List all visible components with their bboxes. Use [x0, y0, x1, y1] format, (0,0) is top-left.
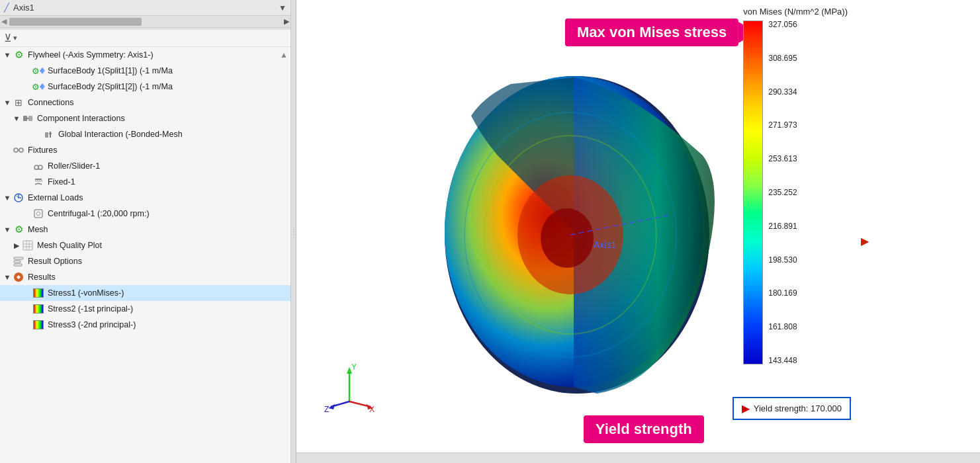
scale-label-6: 216.891 — [768, 222, 797, 230]
svg-rect-22 — [14, 257, 23, 259]
scale-label-8: 180.169 — [768, 289, 797, 297]
svg-point-31 — [541, 208, 594, 268]
annotation-yield: Yield strength — [584, 415, 704, 443]
tree-item-stress2[interactable]: Stress2 (-1st principal-) — [0, 301, 290, 317]
horizontal-scrollbar[interactable]: ◀ ▶ — [0, 16, 290, 28]
tree-item-global-interaction[interactable]: Global Interaction (-Bonded-Mesh — [0, 126, 290, 142]
mesh-arrow[interactable]: ▼ — [3, 226, 12, 233]
surface2-label: SurfaceBody 2(Split1[2]) (-1 m/Ma — [48, 82, 173, 91]
svg-rect-0 — [23, 116, 27, 121]
flywheel-icon: ⚙ — [12, 48, 25, 62]
global-interaction-icon — [42, 128, 56, 141]
svg-point-8 — [38, 165, 42, 169]
svg-point-7 — [34, 165, 38, 169]
main-viewport: Axis1 Max von Mises stress von Mises (N/… — [296, 0, 980, 463]
filter-dropdown-icon[interactable]: ▾ — [13, 34, 17, 42]
surface1-icon: ⚙ — [32, 64, 45, 77]
scale-label-0: 327.056 — [768, 21, 797, 28]
3d-model: Axis1 — [418, 50, 749, 413]
scale-label-1: 308.695 — [768, 54, 797, 62]
svg-text:Axis1: Axis1 — [594, 239, 616, 250]
scale-label-10: 143.448 — [768, 357, 797, 364]
roller-label: Roller/Slider-1 — [48, 161, 100, 171]
surface2-icon: ⚙ — [32, 80, 45, 93]
yield-arrow-icon: ▶ — [742, 402, 750, 415]
roller-icon — [32, 159, 45, 173]
fixed-label: Fixed-1 — [48, 177, 75, 187]
yield-box: ▶ Yield strength: 170.000 — [733, 397, 851, 420]
annotation-yield-label: Yield strength — [584, 415, 704, 443]
tree-item-stress3[interactable]: Stress3 (-2nd principal-) — [0, 317, 290, 333]
flywheel-collapse-arrow[interactable]: ▲ — [280, 50, 288, 60]
tree-item-results[interactable]: ▼ Results — [0, 269, 290, 285]
component-interactions-icon — [21, 112, 34, 125]
flywheel-label: Flywheel (-Axis Symmetry: Axis1-) — [28, 50, 154, 60]
meshplot-icon — [21, 239, 34, 252]
fixtures-icon — [12, 144, 25, 157]
meshplot-label: Mesh Quality Plot — [37, 241, 102, 250]
tree-item-roller-slider[interactable]: Roller/Slider-1 — [0, 158, 290, 174]
funnel-icon: ⊻ — [4, 32, 12, 44]
svg-rect-1 — [28, 116, 32, 121]
scale-title: von Mises (N/mm^2 (MPa)) — [743, 7, 848, 17]
flywheel-arrow[interactable]: ▼ — [3, 51, 12, 59]
svg-rect-3 — [45, 132, 48, 138]
svg-rect-17 — [23, 241, 32, 250]
svg-rect-16 — [34, 210, 42, 218]
tree-item-surface2[interactable]: ⚙ SurfaceBody 2(Split1[2]) (-1 m/Ma — [0, 79, 290, 95]
scroll-right-arrow[interactable]: ▶ — [284, 17, 289, 26]
tree-item-result-options[interactable]: Result Options — [0, 253, 290, 269]
stress2-icon — [32, 302, 45, 316]
scale-bar — [743, 21, 763, 364]
tree-item-mesh[interactable]: ▼ ⚙ Mesh — [0, 222, 290, 237]
svg-text:X: X — [369, 405, 375, 414]
axis-expand-icon[interactable]: ▼ — [279, 3, 287, 13]
stress1-label: Stress1 (-vonMises-) — [48, 288, 124, 298]
mesh-label: Mesh — [28, 225, 48, 234]
scale-label-4: 253.613 — [768, 155, 797, 163]
tree-item-flywheel[interactable]: ▼ ⚙ Flywheel (-Axis Symmetry: Axis1-) ▲ — [0, 47, 290, 63]
external-loads-label: External Loads — [28, 193, 83, 202]
scale-label-9: 161.808 — [768, 323, 797, 331]
meshplot-arrow[interactable]: ▶ — [12, 241, 21, 250]
scale-label-2: 290.334 — [768, 88, 797, 96]
tree-item-mesh-quality-plot[interactable]: ▶ Mesh Quality Plot — [0, 237, 290, 253]
tree-item-fixtures[interactable]: Fixtures — [0, 142, 290, 158]
tree-item-connections[interactable]: ▼ ⊞ Connections — [0, 95, 290, 110]
axis-title: Axis1 — [13, 3, 275, 13]
component-interactions-arrow[interactable]: ▼ — [12, 114, 21, 122]
mesh-icon: ⚙ — [12, 223, 25, 236]
connections-label: Connections — [28, 98, 74, 107]
svg-point-5 — [19, 148, 23, 152]
external-loads-arrow[interactable]: ▼ — [3, 194, 12, 202]
bottom-scrollbar[interactable] — [296, 452, 980, 463]
resize-handle[interactable]: ⋮ — [291, 0, 296, 463]
scroll-left-arrow[interactable]: ◀ — [1, 17, 7, 26]
fixtures-label: Fixtures — [28, 146, 57, 155]
svg-rect-24 — [14, 264, 22, 266]
svg-rect-23 — [14, 261, 21, 263]
tree-item-component-interactions[interactable]: ▼ Component Interactions — [0, 110, 290, 126]
tree-item-fixed[interactable]: Fixed-1 — [0, 174, 290, 190]
svg-text:Y: Y — [351, 362, 357, 372]
stress1-icon — [32, 286, 45, 300]
results-arrow[interactable]: ▼ — [3, 273, 12, 281]
scale-arrow-icon: ▶ — [861, 235, 869, 247]
axis-header[interactable]: ╱ Axis1 ▼ — [0, 0, 290, 16]
centrifugal-label: Centrifugal-1 (:20,000 rpm:) — [48, 209, 150, 218]
filter-icon[interactable]: ⊻ ▾ — [4, 32, 17, 44]
annotation-max-label: Max von Mises stress — [565, 19, 738, 46]
tree-item-centrifugal[interactable]: Centrifugal-1 (:20,000 rpm:) — [0, 206, 290, 222]
svg-point-4 — [14, 148, 18, 152]
tree-area: ▼ ⚙ Flywheel (-Axis Symmetry: Axis1-) ▲ … — [0, 47, 290, 463]
annotation-max: Max von Mises stress — [565, 19, 738, 46]
tree-item-stress1[interactable]: Stress1 (-vonMises-) — [0, 285, 290, 301]
surface1-label: SurfaceBody 1(Split1[1]) (-1 m/Ma — [48, 66, 173, 75]
tree-item-surface1[interactable]: ⚙ SurfaceBody 1(Split1[1]) (-1 m/Ma — [0, 63, 290, 79]
tree-item-external-loads[interactable]: ▼ External Loads — [0, 190, 290, 206]
connections-arrow[interactable]: ▼ — [3, 99, 12, 106]
stress3-label: Stress3 (-2nd principal-) — [48, 320, 136, 329]
global-interaction-label: Global Interaction (-Bonded-Mesh — [58, 130, 183, 139]
svg-text:Z: Z — [324, 405, 329, 414]
scroll-thumb[interactable] — [9, 18, 142, 26]
